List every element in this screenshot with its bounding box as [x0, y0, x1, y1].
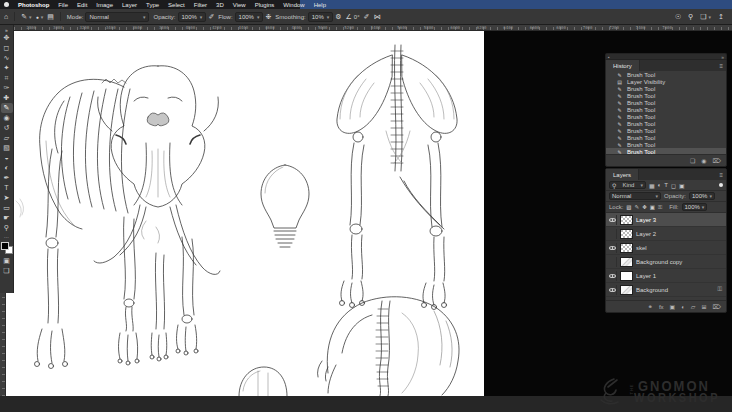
brush-preset-picker[interactable]: ● ▾: [36, 13, 44, 21]
airbrush-icon[interactable]: ❉: [265, 13, 271, 21]
share-icon[interactable]: ↥: [718, 13, 724, 21]
lock-paint-icon[interactable]: ✎: [635, 204, 640, 210]
marquee-tool[interactable]: ◻: [1, 43, 13, 53]
color-swatches[interactable]: [1, 242, 13, 254]
filter-adjustment-icon[interactable]: ◐: [658, 182, 662, 188]
flow-dropdown[interactable]: 100% ▾: [235, 12, 264, 22]
crop-tool[interactable]: ⌗: [1, 73, 13, 83]
menu-photoshop[interactable]: Photoshop: [18, 2, 49, 8]
layer-row-layer-1[interactable]: Layer 1: [606, 269, 726, 283]
adjustment-layer-icon[interactable]: ◐: [681, 304, 685, 310]
discover-icon[interactable]: ☉: [675, 13, 681, 21]
filter-kind-dropdown[interactable]: ⚲ Kind ▾: [609, 181, 646, 189]
visibility-toggle[interactable]: [608, 229, 617, 239]
history-state[interactable]: ✎Brush Tool: [606, 113, 726, 120]
panel-menu-icon[interactable]: ≡: [719, 172, 723, 178]
eraser-tool[interactable]: ▱: [1, 133, 13, 143]
menu-window[interactable]: Window: [283, 2, 304, 8]
menu-image[interactable]: Image: [96, 2, 113, 8]
lock-all-icon[interactable]: ⚿: [658, 204, 662, 211]
filter-toggle-icon[interactable]: [719, 183, 723, 187]
hand-tool[interactable]: ☛: [1, 213, 13, 223]
workspace-switcher[interactable]: ❏ ▾: [700, 13, 711, 21]
layer-effects-icon[interactable]: fx: [659, 304, 664, 310]
filter-pixel-icon[interactable]: ▦: [649, 182, 655, 189]
brush-tool[interactable]: ✎: [1, 103, 13, 113]
visibility-toggle[interactable]: [608, 271, 617, 281]
history-state[interactable]: ✎Brush Tool: [606, 85, 726, 92]
new-group-icon[interactable]: ▱: [691, 303, 696, 310]
screen-mode-button[interactable]: ❏: [1, 266, 13, 276]
smoothing-gear-icon[interactable]: ⚙: [335, 13, 341, 21]
foreground-color-swatch[interactable]: [1, 242, 9, 250]
menu-filter[interactable]: Filter: [194, 2, 207, 8]
history-state[interactable]: ✎Brush Tool: [606, 141, 726, 148]
opacity-pressure-icon[interactable]: ✐: [208, 13, 214, 21]
layer-blend-mode-dropdown[interactable]: Normal ▾: [609, 192, 661, 200]
history-state[interactable]: ✎Brush Tool: [606, 106, 726, 113]
layer-row-skel[interactable]: skel: [606, 241, 726, 255]
tool-preset-picker[interactable]: ✎ ▾: [21, 13, 31, 21]
toolbar-collapse-icon[interactable]: »: [1, 26, 13, 33]
menu-view[interactable]: View: [233, 2, 246, 8]
new-document-from-state-icon[interactable]: ❏: [690, 157, 695, 164]
visibility-toggle[interactable]: [608, 215, 617, 225]
menu-help[interactable]: Help: [314, 2, 326, 8]
menu-select[interactable]: Select: [168, 2, 185, 8]
menu-3d[interactable]: 3D: [216, 2, 224, 8]
menu-file[interactable]: File: [58, 2, 68, 8]
layer-thumbnail[interactable]: [620, 257, 633, 267]
visibility-toggle[interactable]: [608, 285, 617, 295]
tab-history[interactable]: History: [606, 60, 640, 71]
new-snapshot-icon[interactable]: ◉: [701, 157, 706, 164]
brush-settings-panel-icon[interactable]: ▤: [47, 13, 54, 21]
shape-tool[interactable]: ▭: [1, 203, 13, 213]
menu-layer[interactable]: Layer: [122, 2, 137, 8]
history-state[interactable]: ✎Brush Tool: [606, 92, 726, 99]
layer-thumbnail[interactable]: [620, 271, 633, 281]
layer-row-layer-2[interactable]: Layer 2: [606, 227, 726, 241]
quick-mask-mode-button[interactable]: ▣: [1, 256, 13, 266]
paint-symmetry-icon[interactable]: ⋈: [373, 13, 380, 21]
menu-plugins[interactable]: Plugins: [255, 2, 275, 8]
layer-thumbnail[interactable]: [620, 243, 633, 253]
path-selection-tool[interactable]: ➤: [1, 193, 13, 203]
pen-tool[interactable]: ✒: [1, 173, 13, 183]
filter-type-icon[interactable]: T: [664, 182, 668, 188]
opacity-dropdown[interactable]: 100% ▾: [178, 12, 207, 22]
search-icon[interactable]: ⚲: [688, 13, 693, 21]
type-tool[interactable]: T: [1, 183, 13, 193]
eyedropper-tool[interactable]: ✑: [1, 83, 13, 93]
apple-menu-icon[interactable]: [4, 2, 9, 7]
clone-stamp-tool[interactable]: ◉: [1, 113, 13, 123]
edit-toolbar-icon[interactable]: ⋯: [1, 233, 13, 240]
menu-type[interactable]: Type: [146, 2, 159, 8]
history-state[interactable]: ✎Brush Tool: [606, 134, 726, 141]
history-state[interactable]: ✎Brush Tool: [606, 99, 726, 106]
tab-layers[interactable]: Layers: [606, 169, 639, 180]
brush-angle-control[interactable]: ∠ 0°: [346, 13, 360, 21]
history-state[interactable]: ▤Layer Visibility: [606, 78, 726, 85]
history-brush-tool[interactable]: ↺: [1, 123, 13, 133]
filter-smart-object-icon[interactable]: ▣: [679, 182, 685, 189]
home-icon[interactable]: ⌂: [4, 13, 8, 21]
visibility-toggle[interactable]: [608, 257, 617, 267]
canvas[interactable]: [6, 31, 484, 396]
brush-pressure-size-icon[interactable]: ✐: [364, 13, 370, 21]
layer-opacity-dropdown[interactable]: 100% ▾: [689, 192, 715, 200]
lock-artboard-icon[interactable]: ▣: [650, 204, 655, 210]
smoothing-dropdown[interactable]: 10% ▾: [308, 12, 334, 22]
quick-selection-tool[interactable]: ✦: [1, 63, 13, 73]
move-tool[interactable]: ✥: [1, 33, 13, 43]
layer-mask-icon[interactable]: ▣: [670, 303, 676, 310]
layer-row-background-copy[interactable]: Background copy: [606, 255, 726, 269]
layer-row-background[interactable]: Background ⚿: [606, 283, 726, 297]
history-state[interactable]: ✎Brush Tool: [606, 127, 726, 134]
layer-thumbnail[interactable]: [620, 215, 633, 225]
layer-row-layer-3[interactable]: Layer 3: [606, 213, 726, 227]
lock-position-icon[interactable]: ✥: [642, 204, 647, 210]
layer-thumbnail[interactable]: [620, 285, 633, 295]
menu-edit[interactable]: Edit: [77, 2, 87, 8]
delete-layer-icon[interactable]: ⌦: [713, 303, 721, 310]
filter-shape-icon[interactable]: ◻: [671, 182, 676, 189]
